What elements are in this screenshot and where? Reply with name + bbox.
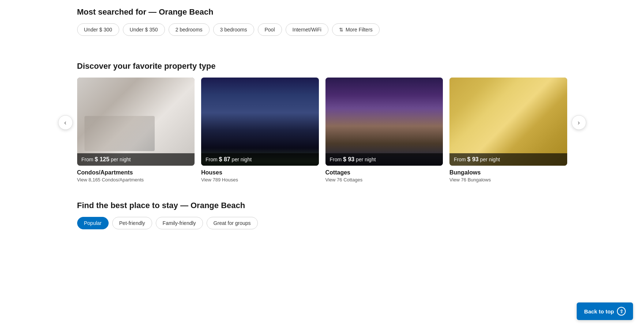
price-amount-cottages: $ 93 <box>343 156 354 162</box>
property-type-bungalows: Bungalows <box>449 169 567 176</box>
carousel-wrapper: ‹ From $ 125 per night Condos/Apartments… <box>77 78 567 183</box>
price-badge-bungalows: From $ 93 per night <box>449 153 567 166</box>
property-count-cottages: View 76 Cottages <box>325 177 443 183</box>
tab-family-friendly[interactable]: Family-friendly <box>156 217 203 229</box>
carousel-track: From $ 125 per night Condos/Apartments V… <box>77 78 567 183</box>
property-card-bungalows[interactable]: From $ 93 per night Bungalows View 76 Bu… <box>449 78 567 183</box>
property-info-cottages: Cottages View 76 Cottages <box>325 169 443 183</box>
property-img-bungalows <box>449 78 567 166</box>
property-card-cottages[interactable]: From $ 93 per night Cottages View 76 Cot… <box>325 78 443 183</box>
property-info-condos: Condos/Apartments View 8,165 Condos/Apar… <box>77 169 195 183</box>
price-amount-condos: $ 125 <box>95 156 109 162</box>
carousel-next-button[interactable]: › <box>572 115 586 130</box>
price-from-cottages: From <box>330 157 343 162</box>
price-badge-condos: From $ 125 per night <box>77 153 195 166</box>
property-image-condos: From $ 125 per night <box>77 78 195 166</box>
property-img-condos <box>77 78 195 166</box>
filter-pill-more[interactable]: ⇅ More Filters <box>332 23 380 36</box>
find-tabs-container: PopularPet-friendlyFamily-friendlyGreat … <box>77 217 567 229</box>
price-from-houses: From <box>206 157 219 162</box>
discover-section: Discover your favorite property type ‹ F… <box>77 47 567 190</box>
most-searched-section: Most searched for — Orange Beach Under $… <box>77 0 567 47</box>
filter-pill-under350[interactable]: Under $ 350 <box>123 23 165 36</box>
filter-pill-under300[interactable]: Under $ 300 <box>77 23 119 36</box>
find-section: Find the best place to stay — Orange Bea… <box>77 190 567 237</box>
tab-popular[interactable]: Popular <box>77 217 109 229</box>
property-count-bungalows: View 76 Bungalows <box>449 177 567 183</box>
price-amount-bungalows: $ 93 <box>467 156 479 162</box>
price-unit-houses: per night <box>230 157 252 162</box>
price-amount-houses: $ 87 <box>219 156 230 162</box>
most-searched-title: Most searched for — Orange Beach <box>77 7 567 17</box>
price-from-bungalows: From <box>454 157 467 162</box>
filter-pill-wifi[interactable]: Internet/WiFi <box>286 23 328 36</box>
property-image-bungalows: From $ 93 per night <box>449 78 567 166</box>
find-section-title: Find the best place to stay — Orange Bea… <box>77 201 567 210</box>
price-from-condos: From <box>82 157 95 162</box>
property-info-bungalows: Bungalows View 76 Bungalows <box>449 169 567 183</box>
property-image-cottages: From $ 93 per night <box>325 78 443 166</box>
filter-pill-2bed[interactable]: 2 bedrooms <box>169 23 210 36</box>
tab-great-for-groups[interactable]: Great for groups <box>207 217 258 229</box>
filter-pills-container: Under $ 300Under $ 3502 bedrooms3 bedroo… <box>77 23 567 36</box>
property-count-houses: View 789 Houses <box>201 177 319 183</box>
tab-pet-friendly[interactable]: Pet-friendly <box>112 217 152 229</box>
price-unit-cottages: per night <box>354 157 376 162</box>
carousel-prev-button[interactable]: ‹ <box>58 115 73 130</box>
property-card-houses[interactable]: From $ 87 per night Houses View 789 Hous… <box>201 78 319 183</box>
filter-icon: ⇅ <box>339 27 343 33</box>
price-unit-bungalows: per night <box>479 157 500 162</box>
discover-title: Discover your favorite property type <box>77 61 567 71</box>
filter-pill-3bed[interactable]: 3 bedrooms <box>213 23 254 36</box>
price-unit-condos: per night <box>109 157 131 162</box>
property-type-condos: Condos/Apartments <box>77 169 195 176</box>
property-count-condos: View 8,165 Condos/Apartments <box>77 177 195 183</box>
property-type-cottages: Cottages <box>325 169 443 176</box>
price-badge-houses: From $ 87 per night <box>201 153 319 166</box>
property-image-houses: From $ 87 per night <box>201 78 319 166</box>
filter-pill-pool[interactable]: Pool <box>258 23 282 36</box>
price-badge-cottages: From $ 93 per night <box>325 153 443 166</box>
property-card-condos[interactable]: From $ 125 per night Condos/Apartments V… <box>77 78 195 183</box>
property-img-cottages <box>325 78 443 166</box>
property-img-houses <box>201 78 319 166</box>
property-info-houses: Houses View 789 Houses <box>201 169 319 183</box>
property-type-houses: Houses <box>201 169 319 176</box>
